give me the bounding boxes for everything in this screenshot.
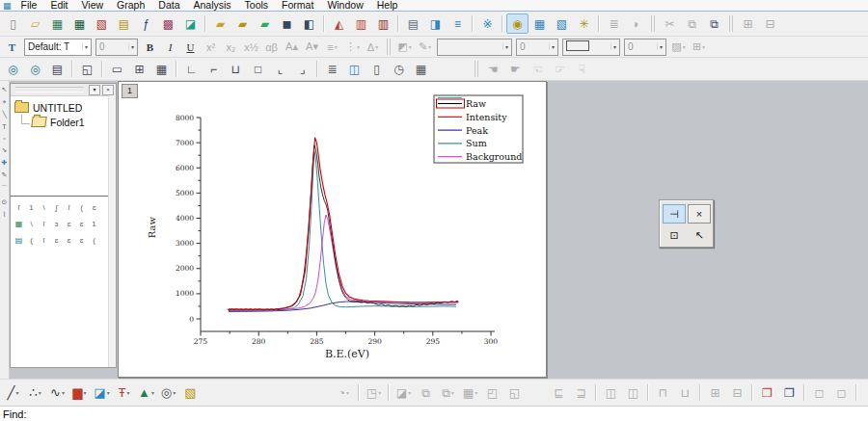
open-excel[interactable]: ▰ — [231, 13, 254, 34]
dropdown-arrow-icon[interactable]: ▾ — [657, 43, 663, 50]
add-sheet[interactable]: ⊟ — [759, 13, 781, 34]
new-notes[interactable]: ◪ — [179, 13, 202, 34]
pane-item[interactable]: ſ — [43, 236, 45, 245]
rectangle-tool[interactable]: ▫ — [3, 135, 5, 142]
dropdown-arrow-icon[interactable]: ▾ — [357, 43, 360, 50]
fill-color[interactable]: ◩▾ — [394, 38, 415, 56]
color-scale[interactable]: ◫ — [343, 59, 366, 79]
pane-item[interactable]: ɛ — [68, 220, 71, 228]
font-decrease[interactable]: A▾ — [302, 38, 322, 56]
underline[interactable]: U — [180, 38, 201, 56]
menu-edit[interactable]: Edit — [43, 0, 74, 11]
font-tool[interactable]: T — [2, 38, 22, 56]
dropdown-arrow-icon[interactable]: ▾ — [549, 43, 555, 50]
fix-object[interactable]: ⧈ — [860, 382, 868, 403]
align-right[interactable]: ⊒ — [570, 382, 592, 403]
pane-item[interactable]: ɛ — [80, 236, 84, 245]
add-column[interactable]: ⊞ — [737, 13, 759, 34]
pane-item[interactable]: ɛ — [55, 236, 59, 245]
dropdown-arrow-icon[interactable]: ▾ — [346, 389, 349, 396]
dropdown-arrow-icon[interactable]: ▾ — [128, 43, 134, 50]
pane-item[interactable]: ▤ — [15, 236, 23, 245]
cut[interactable]: ✂ — [659, 13, 681, 34]
dropdown-arrow-icon[interactable]: ▾ — [82, 43, 88, 50]
dropdown-arrow-icon[interactable]: ▾ — [39, 389, 41, 396]
font-size-combo[interactable]: 0▾ — [95, 39, 138, 56]
fitting-panel[interactable]: ≣ — [603, 13, 625, 34]
plot-3d[interactable]: ▧ — [179, 382, 202, 403]
pane-item[interactable]: ɜ — [55, 220, 59, 228]
open-template[interactable]: ▰ — [254, 13, 276, 34]
save-template[interactable]: ◧ — [298, 13, 320, 34]
send-to-back[interactable]: ❐ — [778, 382, 800, 403]
pane-item[interactable]: ( — [80, 203, 83, 212]
border-style-combo[interactable]: ▾ — [562, 39, 620, 56]
3d-scatter[interactable]: ◔▾ — [333, 382, 355, 403]
floating-tool-palette[interactable]: ⊣×⊡↖ — [659, 199, 714, 248]
menu-tools[interactable]: Tools — [238, 0, 276, 11]
pane-item[interactable]: ( — [93, 236, 95, 245]
group[interactable]: ◻ — [808, 382, 830, 403]
add-object-3[interactable]: ☜ — [527, 59, 549, 79]
subsuperscript[interactable]: x½ — [241, 38, 261, 56]
pane-item[interactable]: ( — [30, 236, 33, 245]
line-plot[interactable]: ╱▾ — [2, 382, 24, 403]
save-project[interactable]: ◼ — [276, 13, 298, 34]
text-tool[interactable]: T — [2, 123, 6, 130]
contour[interactable]: ▦▾ — [459, 382, 481, 403]
dropdown-arrow-icon[interactable]: ▾ — [428, 43, 431, 50]
find-input[interactable] — [26, 408, 263, 421]
dropdown-arrow-icon[interactable]: ▾ — [126, 389, 129, 396]
align-bottom[interactable]: ◫ — [622, 382, 644, 403]
zoom-out[interactable]: ◎ — [24, 59, 46, 79]
dropdown-arrow-icon[interactable]: ▾ — [62, 389, 65, 396]
subscript[interactable]: x₂ — [221, 38, 241, 56]
align-vcenter[interactable]: ⊓ — [652, 382, 674, 403]
palette-close-button[interactable]: × — [688, 204, 711, 224]
menu-window[interactable]: Window — [320, 0, 369, 11]
pane-item[interactable]: ſ — [68, 203, 70, 212]
dropdown-arrow-icon[interactable]: ▾ — [107, 389, 110, 396]
import-multiple[interactable]: ▥ — [372, 13, 394, 34]
pointer-tool[interactable]: ↖ — [2, 86, 8, 93]
curve-tool[interactable]: ⌒ — [1, 184, 8, 194]
dropdown-arrow-icon[interactable]: ▾ — [375, 43, 378, 50]
graph-window[interactable]: 0100020003000400050006000700080002752802… — [118, 81, 547, 378]
add-object-1[interactable]: ☚ — [482, 59, 504, 79]
graph-window-icon[interactable]: ▦ — [3, 1, 12, 11]
axes-ticks-in[interactable]: ⌞ — [269, 59, 291, 79]
dropdown-arrow-icon[interactable]: ▾ — [408, 389, 411, 396]
distribute-v[interactable]: ⊟ — [726, 382, 748, 403]
results-log[interactable]: ▦ — [529, 13, 551, 34]
script-window[interactable]: ▧ — [551, 13, 573, 34]
axes-bottom-left[interactable]: ∟ — [180, 59, 203, 79]
command-window[interactable]: ✳ — [573, 13, 595, 34]
pin-button[interactable]: ⊣ — [663, 204, 686, 224]
align-hcenter[interactable]: ⊔ — [674, 382, 696, 403]
pane-item[interactable]: 1 — [29, 203, 33, 212]
add-object-2[interactable]: ☛ — [504, 59, 527, 79]
scatter-plot[interactable]: ∴▾ — [24, 382, 46, 403]
arrow-tool[interactable]: ➘ — [2, 146, 8, 154]
dropdown-arrow-icon[interactable]: ▾ — [173, 389, 176, 396]
line-color[interactable]: ✎▾ — [415, 38, 435, 56]
refresh-wheel[interactable]: ◗ — [625, 13, 647, 34]
dropdown-arrow-icon[interactable]: ▾ — [83, 389, 86, 396]
pane-item[interactable]: ɛ — [93, 203, 96, 212]
xy-scaler[interactable]: ▯ — [366, 59, 388, 79]
area-plot[interactable]: ▲▾ — [135, 382, 157, 403]
image-plot[interactable]: ◰ — [481, 382, 503, 403]
dropdown-arrow-icon[interactable]: ▾ — [502, 43, 508, 50]
axes-left-right[interactable]: ⊔ — [225, 59, 247, 79]
axes-top[interactable]: ⌐ — [203, 59, 225, 79]
pane-item[interactable]: ʃ — [56, 203, 58, 212]
polar-plot[interactable]: ◎▾ — [157, 382, 179, 403]
add-object-5[interactable]: ☟ — [571, 59, 593, 79]
copy[interactable]: ⧉ — [681, 13, 703, 34]
date-time-stamp[interactable]: ◷ — [388, 59, 410, 79]
open[interactable]: ▰ — [209, 13, 231, 34]
print-preview[interactable]: ◨ — [424, 13, 447, 34]
pe-dock-button[interactable]: ▾ — [89, 85, 100, 95]
pane-item[interactable]: ɛ — [80, 220, 84, 228]
bring-to-front[interactable]: ❐ — [756, 382, 778, 403]
